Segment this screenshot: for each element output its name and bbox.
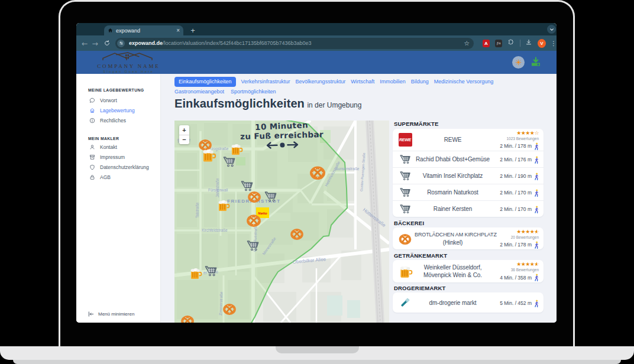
list-item-rewe[interactable]: REWE REWE ★★★★☆ 1023 Bewertungen 2 Min. … bbox=[393, 129, 544, 151]
walk-time: 2 Min. / 176 m bbox=[500, 157, 532, 162]
browser-profile-avatar[interactable]: V bbox=[538, 39, 546, 48]
toothbrush-icon bbox=[399, 297, 411, 308]
review-count: 20 Bewertungen bbox=[511, 235, 539, 240]
place-name: dm-drogerie markt bbox=[413, 299, 492, 307]
walker-icon bbox=[534, 142, 539, 150]
sidebar-section-meine-lagebewertung: MEINE LAGEBEWERTUNG bbox=[88, 88, 144, 92]
street-label: Talstraße bbox=[195, 202, 199, 218]
section-title-drogeriemarkt: DROGERIEMARKT bbox=[394, 285, 446, 291]
beer-icon bbox=[397, 264, 413, 279]
fn-extension-icon[interactable]: ƒn bbox=[495, 40, 502, 47]
place-name-line: Mövenpick Wein & Co. bbox=[415, 271, 491, 279]
list-item-brotlaedchen[interactable]: BROTLÄDCHEN AM KIRCHPLATZ (Hinkel) ★★★★☆… bbox=[393, 228, 544, 249]
extensions-puzzle-icon[interactable] bbox=[507, 38, 515, 48]
site-info-icon[interactable] bbox=[117, 40, 125, 47]
tab-immobilien[interactable]: Immobilien bbox=[380, 79, 406, 84]
place-name: Weinkeller Düsseldorf, Mövenpick Wein & … bbox=[413, 264, 492, 279]
browser-menu-icon[interactable]: ⋮ bbox=[551, 40, 557, 47]
back-icon[interactable]: ← bbox=[80, 39, 89, 48]
downloads-icon[interactable] bbox=[525, 38, 532, 48]
tab-wirtschaft[interactable]: Wirtschaft bbox=[351, 79, 374, 84]
page-title-main: Einkaufsmöglichkeiten bbox=[174, 97, 305, 110]
sidebar-item-label: Lagebewertung bbox=[100, 108, 135, 113]
list-item-vitamin-insel[interactable]: Vitamin Insel Kirchplatz 2 Min. / 190 m bbox=[393, 167, 544, 184]
walker-icon bbox=[534, 241, 539, 249]
tab-bildung[interactable]: Bildung bbox=[411, 79, 429, 84]
street-label: Zimmerstraße bbox=[218, 291, 223, 316]
adobe-extension-icon[interactable]: A bbox=[483, 40, 490, 47]
sidebar-item-lagebewertung[interactable]: Lagebewertung bbox=[89, 108, 135, 113]
tab-einkaufsmoeglichkeiten[interactable]: Einkaufsmöglichkeiten bbox=[174, 77, 236, 87]
browser-tab[interactable]: expowand × bbox=[104, 25, 183, 35]
bookmark-star-icon[interactable]: ☆ bbox=[464, 40, 470, 47]
section-title-supermaerkte: SUPERMÄRKTE bbox=[394, 121, 439, 127]
results-panel: SUPERMÄRKTE REWE REWE ★★★★☆ 1023 Bewertu… bbox=[392, 121, 544, 323]
company-logo-roofs-icon bbox=[100, 52, 156, 61]
map-zoom-control: + − bbox=[179, 125, 189, 144]
tab-gastronomieangebot[interactable]: Gastronomieangebot bbox=[174, 89, 224, 95]
theme-toggle-button[interactable] bbox=[512, 56, 525, 69]
walk-time: 2 Min. / 178 m bbox=[500, 143, 532, 149]
sidebar-item-label: Kontakt bbox=[100, 144, 117, 150]
shield-icon bbox=[89, 164, 95, 170]
tab-sportmoeglichkeiten[interactable]: Sportmöglichkeiten bbox=[231, 89, 276, 95]
url-path: /locationValuation/index/542f44bc17135bf… bbox=[163, 40, 312, 46]
place-name-line: Weinkeller Düsseldorf, bbox=[415, 264, 491, 271]
bakery-card: BROTLÄDCHEN AM KIRCHPLATZ (Hinkel) ★★★★☆… bbox=[393, 228, 544, 249]
list-item-dm-drogerie[interactable]: dm-drogerie markt 5 Min. / 452 m bbox=[393, 292, 544, 313]
category-tabs-row1: Einkaufsmöglichkeiten Verkehrsinfrastruk… bbox=[174, 77, 493, 86]
new-tab-button[interactable]: + bbox=[187, 25, 198, 35]
tab-medizinische-versorgung[interactable]: Medizinische Versorgung bbox=[434, 79, 494, 84]
tab-verkehrsinfrastruktur[interactable]: Verkehrsinfrastruktur bbox=[241, 79, 290, 84]
sidebar-item-kontakt[interactable]: Kontakt bbox=[89, 144, 117, 150]
info-circle-icon bbox=[89, 118, 95, 124]
forward-icon[interactable]: → bbox=[90, 39, 100, 48]
archive-icon bbox=[89, 154, 95, 160]
tab-close-icon[interactable]: × bbox=[176, 28, 180, 34]
home-icon bbox=[89, 108, 95, 113]
list-item-rosmarin[interactable]: Rosmarin Naturkost 2 Min. / 170 m bbox=[393, 184, 544, 200]
annotation-arrows-icon bbox=[265, 141, 299, 150]
cart-icon bbox=[399, 170, 412, 181]
download-icon bbox=[531, 57, 541, 67]
list-item-rachid-dhabi[interactable]: Rachid Dhabi Obst+Gemüse 2 Min. / 176 m bbox=[393, 151, 544, 167]
sidebar-item-label: Rechtliches bbox=[100, 118, 126, 124]
street-label: Bunsenstraße bbox=[335, 167, 360, 171]
place-name-line: BROTLÄDCHEN AM KIRCHPLATZ bbox=[415, 231, 491, 239]
sidebar-collapse-label: Menü minimieren bbox=[98, 311, 134, 317]
place-name: Vitamin Insel Kirchplatz bbox=[413, 172, 492, 180]
place-name: Rachid Dhabi Obst+Gemüse bbox=[413, 155, 492, 163]
page-title: Einkaufsmöglichkeiten in der Umgebung bbox=[174, 97, 361, 110]
walk-time: 2 Min. / 170 m bbox=[500, 206, 532, 212]
list-item-rainer-kersten[interactable]: Rainer Kersten 2 Min. / 170 m bbox=[393, 200, 544, 217]
sidebar-item-impressum[interactable]: Impressum bbox=[89, 154, 125, 160]
sidebar-item-datenschutzerklaerung[interactable]: Datenschutzerklärung bbox=[89, 164, 149, 170]
walker-icon bbox=[534, 189, 539, 197]
list-item-weinkeller[interactable]: Weinkeller Düsseldorf, Mövenpick Wein & … bbox=[393, 260, 544, 282]
cart-icon bbox=[399, 187, 412, 197]
beverage-card: Weinkeller Düsseldorf, Mövenpick Wein & … bbox=[393, 260, 544, 282]
sidebar-item-vorwort[interactable]: Vorwort bbox=[89, 98, 117, 103]
walker-icon bbox=[534, 300, 539, 307]
cart-icon bbox=[399, 203, 412, 214]
toolbar-separator bbox=[520, 40, 520, 47]
zoom-in-button[interactable]: + bbox=[179, 125, 189, 135]
sidebar-collapse-button[interactable]: Menü minimieren bbox=[88, 311, 134, 317]
sidebar-item-rechtliches[interactable]: Rechtliches bbox=[89, 118, 126, 124]
download-report-button[interactable] bbox=[531, 57, 541, 69]
rating-stars: ★★★★☆★ bbox=[516, 229, 539, 235]
tab-bevoelkerungsstruktur[interactable]: Bevölkerungsstruktur bbox=[296, 79, 346, 84]
collapse-menu-icon bbox=[88, 311, 94, 317]
sidebar-item-agb[interactable]: AGB bbox=[89, 174, 111, 180]
address-bar[interactable]: expowand.de/locationValuation/index/542f… bbox=[115, 38, 474, 49]
favicon-home-icon bbox=[108, 28, 113, 33]
tab-search-chevron-icon[interactable] bbox=[547, 25, 556, 34]
section-title-getraenkemarkt: GETRÄNKEMARKT bbox=[394, 252, 447, 259]
zoom-out-button[interactable]: − bbox=[179, 135, 189, 145]
lock-icon bbox=[89, 174, 95, 180]
reload-icon[interactable] bbox=[102, 39, 112, 48]
map[interactable]: gstraße Herzogstraße Fürstenwall Kirchfe… bbox=[174, 121, 389, 323]
person-icon bbox=[89, 144, 95, 150]
rewe-logo: REWE bbox=[399, 133, 412, 147]
walker-icon bbox=[534, 206, 539, 213]
